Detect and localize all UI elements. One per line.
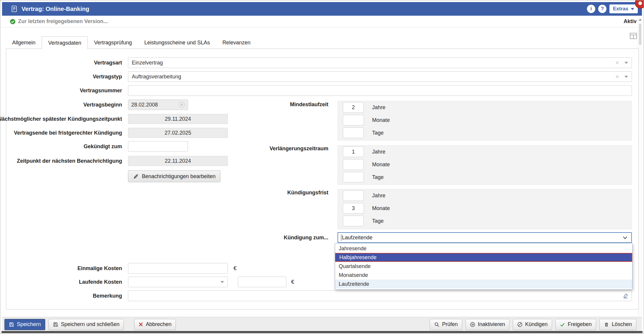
- tab-allgemein[interactable]: Allgemein: [6, 36, 42, 49]
- kuendigung-zum-dropdown: Jahresende Halbjahresende Quartalsende M…: [335, 243, 632, 290]
- save-button[interactable]: Speichern: [4, 319, 45, 330]
- unit-label: Tage: [372, 174, 384, 180]
- chevron-down-icon[interactable]: [220, 281, 224, 283]
- unit-label: Monate: [372, 117, 390, 123]
- laufende-kosten-select[interactable]: [128, 277, 228, 287]
- scroll-up-icon[interactable]: [639, 19, 642, 21]
- deactivate-label: Inaktivieren: [478, 321, 505, 327]
- unit-label: Monate: [372, 162, 390, 168]
- layout-toggle-icon[interactable]: [630, 33, 637, 40]
- unit-label: Jahre: [372, 193, 385, 199]
- version-link[interactable]: Zur letzten freigegebenen Version...: [10, 18, 108, 25]
- kuendigungsfrist-label: Kündigungsfrist: [195, 187, 328, 198]
- duration-row: Jahre: [343, 102, 632, 113]
- option-laufzeitende[interactable]: Laufzeitende: [335, 280, 632, 288]
- check-circle-icon: [10, 19, 16, 25]
- vertragsbeginn-label: Vertragsbeginn: [0, 99, 122, 110]
- text-cursor: [341, 234, 341, 241]
- vertragsnummer-input[interactable]: [128, 85, 632, 96]
- mindestlaufzeit-jahre-input[interactable]: [343, 102, 364, 113]
- info-icon: i: [591, 6, 592, 12]
- kuendigungsfrist-monate-input[interactable]: [343, 203, 364, 214]
- check-label: Prüfen: [442, 321, 458, 327]
- tab-leistungsscheine[interactable]: Leistungsscheine und SLAs: [138, 36, 216, 49]
- release-button[interactable]: Freigeben: [555, 319, 596, 330]
- verlaengerung-tage-input[interactable]: [343, 172, 364, 183]
- edit-notifications-label: Benachrichtigungen bearbeiten: [142, 173, 215, 180]
- tab-relevanzen[interactable]: Relevanzen: [216, 36, 257, 49]
- mindestlaufzeit-monate-input[interactable]: [343, 115, 364, 125]
- laufende-kosten-amount-input[interactable]: [238, 277, 286, 287]
- extras-label: Extras: [613, 6, 628, 12]
- einmalige-kosten-input[interactable]: [128, 263, 228, 274]
- duration-row: Monate: [343, 159, 632, 170]
- kuendigung-zum-label: Kündigung zum...: [195, 232, 328, 243]
- option-jahresende[interactable]: Jahresende: [335, 244, 632, 253]
- vertragstyp-value: Auftragsverarbeitung: [132, 74, 610, 80]
- vertragstyp-select[interactable]: Auftragsverarbeitung ✕: [128, 71, 632, 82]
- unit-label: Jahre: [372, 149, 385, 155]
- check-icon: [560, 322, 565, 327]
- verlaengerung-jahre-input[interactable]: [343, 146, 364, 157]
- chevron-down-icon[interactable]: [623, 236, 627, 239]
- kuendigungsfrist-panel: Jahre Monate Tage: [338, 189, 632, 229]
- kuendigungsfrist-tage-input[interactable]: [343, 216, 364, 226]
- vertragsbeginn-value: 28.02.2008: [131, 102, 179, 108]
- scrollbar-thumb[interactable]: [639, 24, 641, 45]
- vertragsbeginn-datepicker[interactable]: 28.02.2008 ✕: [128, 99, 188, 110]
- cancel-button[interactable]: Abbrechen: [134, 319, 176, 330]
- duration-row: Tage: [343, 172, 632, 183]
- option-halbjahresende[interactable]: Halbjahresende: [335, 253, 632, 262]
- help-button[interactable]: ?: [598, 5, 606, 13]
- verlaengerung-monate-input[interactable]: [343, 159, 364, 170]
- titlebar-actions: i ? Extras: [587, 4, 638, 13]
- clear-icon[interactable]: ✕: [615, 74, 619, 80]
- edit-notifications-button[interactable]: Benachrichtigungen bearbeiten: [128, 170, 220, 182]
- option-quartalsende[interactable]: Quartalsende: [335, 262, 632, 271]
- gekuendigt-zum-label: Gekündigt zum: [0, 141, 122, 152]
- kuendigungsfrist-jahre-input[interactable]: [343, 190, 364, 201]
- help-icon: ?: [601, 6, 604, 12]
- unit-label: Tage: [372, 130, 384, 136]
- gekuendigt-zum-input[interactable]: [128, 141, 188, 152]
- duration-row: Jahre: [343, 146, 632, 157]
- info-button[interactable]: i: [587, 5, 595, 13]
- edit-icon[interactable]: [623, 293, 629, 299]
- clear-icon[interactable]: ✕: [615, 60, 619, 66]
- kuendigung-zum-value: Laufzeitende: [342, 235, 623, 241]
- extras-button[interactable]: Extras: [609, 4, 638, 13]
- deactivate-button[interactable]: Inaktivieren: [465, 319, 510, 330]
- mindestlaufzeit-tage-input[interactable]: [343, 128, 364, 138]
- naechste-benachrichtigung-label: Zeitpunkt der nächsten Benachrichtigung: [0, 156, 122, 166]
- vertragsart-select[interactable]: Einzelvertrag ✕: [128, 57, 632, 68]
- chevron-down-icon[interactable]: [624, 76, 628, 78]
- delete-button[interactable]: Löschen: [599, 319, 636, 330]
- terminate-label: Kündigen: [525, 321, 548, 327]
- terminate-button[interactable]: Kündigen: [513, 319, 552, 330]
- unit-label: Monate: [372, 205, 390, 212]
- mindestlaufzeit-panel: Jahre Monate Tage: [338, 101, 632, 141]
- save-and-close-label: Speichern und schließen: [61, 321, 119, 327]
- vertragsende-value: 27.02.2025: [128, 128, 228, 138]
- window-bottom-edge: [1, 331, 643, 333]
- tab-vertragsdaten[interactable]: Vertragsdaten: [42, 36, 88, 49]
- bemerkung-input[interactable]: [128, 291, 632, 301]
- chevron-down-icon[interactable]: [624, 62, 628, 64]
- bemerkung-label: Bemerkung: [0, 291, 122, 301]
- app-window: Vertrag: Online-Banking i ? Extras Zur l…: [0, 0, 644, 334]
- check-button[interactable]: Prüfen: [430, 319, 462, 330]
- save-label: Speichern: [17, 321, 41, 327]
- titlebar: Vertrag: Online-Banking i ? Extras: [2, 2, 642, 16]
- clear-date-icon[interactable]: ✕: [179, 102, 185, 108]
- save-icon: [9, 322, 14, 327]
- euro-symbol: €: [291, 277, 294, 287]
- statusbar: Zur letzten freigegebenen Version... Akt…: [2, 16, 637, 28]
- vertragstyp-label: Vertragstyp: [0, 71, 122, 82]
- tab-vertragspruefung[interactable]: Vertragsprüfung: [88, 36, 138, 49]
- content-panel: Vertragsart Einzelvertrag ✕ Vertragstyp …: [6, 49, 639, 309]
- save-and-close-button[interactable]: Speichern und schließen: [48, 319, 124, 330]
- kuendigung-zum-combobox[interactable]: Laufzeitende: [338, 232, 632, 243]
- option-monatsende[interactable]: Monatsende: [335, 271, 632, 280]
- ban-circle-icon: [517, 322, 523, 327]
- contract-icon: [10, 5, 18, 13]
